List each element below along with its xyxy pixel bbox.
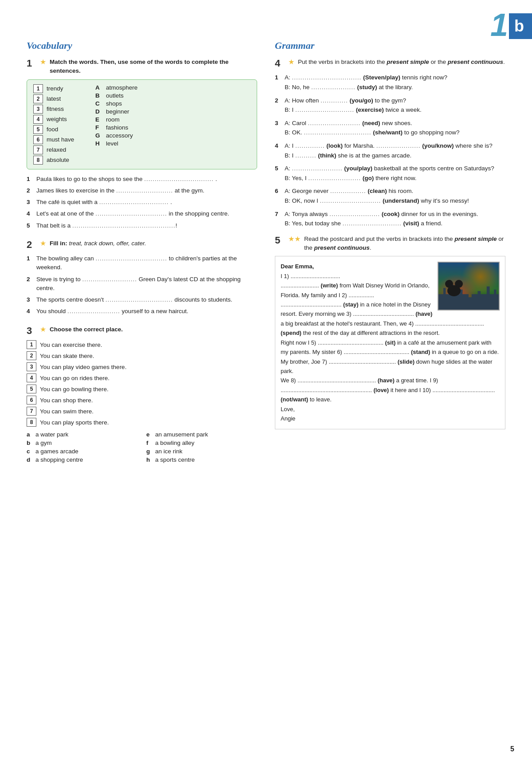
grammar-pair: 2 A: How often ............. (you/go) to…: [275, 96, 505, 115]
list-item: 7 You can swim there.: [27, 407, 257, 416]
ex3-num: 3: [27, 325, 36, 337]
exercise-1: 1 ★ Match the words. Then, use some of t…: [27, 58, 257, 230]
vocab-row: 5 food: [33, 125, 82, 134]
list-item: g an ice rink: [146, 448, 257, 455]
list-item: f a bowling alley: [146, 440, 257, 446]
list-item: 3 You can play video games there.: [27, 362, 257, 371]
postcard: Dear Emma, I 1) ........................…: [275, 256, 505, 429]
vocab-row: 8 absolute: [33, 156, 82, 165]
exercise-3: 3 ★ Choose the correct place. 1 You can …: [27, 325, 257, 463]
grammar-section: Grammar 4 ★ Put the verbs in brackets in…: [275, 40, 505, 472]
list-item: 1 You can exercise there.: [27, 340, 257, 349]
ex3-places: 1 You can exercise there. 2 You can skat…: [27, 340, 257, 427]
exercise-2: 2 ★ Fill in: treat, track down, offer, c…: [27, 239, 257, 316]
grammar-pair: 5 A: ........................ (you/play)…: [275, 164, 505, 183]
exercise-5: 5 ★★ Read the postcard and put the verbs…: [275, 235, 505, 429]
list-item: 4 You can go on rides there.: [27, 373, 257, 382]
grammar-title: Grammar: [275, 40, 505, 51]
grammar-pair: 3 A: Carol ......................... (ne…: [275, 118, 505, 137]
list-item: 4 You should ......................... y…: [27, 307, 257, 316]
vocab-row: 7 relaxed: [33, 145, 82, 154]
vocab-row: H level: [95, 140, 137, 147]
ex3-instruction: Choose the correct place.: [50, 325, 123, 334]
vocab-right-col: A atmosphere B outlets C shops D beginne…: [95, 84, 137, 165]
list-item: 2 You can skate there.: [27, 351, 257, 360]
list-item: 4 Let's eat at one of the ..............…: [27, 209, 257, 218]
grammar-pair: 4 A: I .............. (look) for Marsha.…: [275, 141, 505, 160]
ex4-star: ★: [288, 58, 294, 66]
list-item: c a games arcade: [27, 448, 137, 455]
vocab-left-col: 1 trendy 2 latest 3 fitness 4 weights: [33, 84, 82, 165]
ex2-num: 2: [27, 239, 36, 251]
ex2-instruction: Fill in: treat, track down, offer, cater…: [50, 239, 146, 248]
ex2-star: ★: [40, 239, 46, 247]
list-item: e an amusement park: [146, 431, 257, 438]
corner-badge: 1 b: [490, 9, 532, 41]
list-item: 2 Steve is trying to ...................…: [27, 275, 257, 293]
vocab-row: D beginner: [95, 108, 137, 115]
ex4-num: 4: [275, 58, 285, 69]
ex5-stars: ★★: [288, 235, 301, 243]
list-item: 1 The bowling alley can ................…: [27, 254, 257, 272]
list-item: 3 The sports centre doesn't ............…: [27, 295, 257, 304]
vocab-row: A atmosphere: [95, 84, 137, 91]
grammar-pair: 1 A: ................................. (…: [275, 73, 505, 92]
list-item: h a sports centre: [146, 456, 257, 463]
list-item: 2 James likes to exercise in the .......…: [27, 186, 257, 195]
ex5-instruction: Read the postcard and put the verbs in b…: [304, 235, 505, 253]
ex3-star: ★: [40, 325, 46, 334]
ex1-star: ★: [40, 58, 46, 66]
list-item: a a water park: [27, 431, 137, 438]
ex5-num: 5: [275, 235, 285, 246]
grammar-pair: 7 A: Tonya always ......................…: [275, 209, 505, 228]
postcard-image: [438, 262, 500, 310]
vocab-row: 2 latest: [33, 94, 82, 103]
ex1-sentences: 1 Paula likes to go to the shops to see …: [27, 175, 257, 230]
vocab-row: 3 fitness: [33, 105, 82, 114]
list-item: 5 That belt is a .......................…: [27, 221, 257, 230]
vocab-row: 4 weights: [33, 115, 82, 124]
list-item: 3 The café is quiet with a .............…: [27, 198, 257, 207]
vocab-row: B outlets: [95, 92, 137, 99]
ex1-num: 1: [27, 58, 36, 69]
corner-letter: b: [509, 13, 532, 39]
list-item: 1 Paula likes to go to the shops to see …: [27, 175, 257, 184]
list-item: 5 You can go bowling there.: [27, 385, 257, 393]
vocab-table: 1 trendy 2 latest 3 fitness 4 weights: [27, 79, 257, 169]
vocab-row: 1 trendy: [33, 84, 82, 93]
ex1-instruction: Match the words. Then, use some of the w…: [50, 58, 257, 76]
vocab-row: 6 must have: [33, 135, 82, 144]
list-item: 6 You can shop there.: [27, 396, 257, 405]
ex3-answers: a a water park e an amusement park b a g…: [27, 431, 257, 463]
page-number: 5: [510, 745, 514, 753]
grammar-pair: 6 A: George never ................. (cle…: [275, 186, 505, 205]
list-item: b a gym: [27, 440, 137, 446]
list-item: d a shopping centre: [27, 456, 137, 463]
ex4-instruction: Put the verbs in brackets into the prese…: [298, 58, 505, 67]
vocabulary-title: Vocabulary: [27, 40, 257, 51]
ex2-sentences: 1 The bowling alley can ................…: [27, 254, 257, 316]
vocab-row: G accessory: [95, 132, 137, 139]
vocab-row: E room: [95, 116, 137, 123]
vocab-row: C shops: [95, 100, 137, 107]
exercise-4: 4 ★ Put the verbs in brackets into the p…: [275, 58, 505, 228]
vocab-row: F fashions: [95, 124, 137, 131]
corner-number: 1: [490, 9, 508, 41]
list-item: 8 You can play sports there.: [27, 418, 257, 427]
vocabulary-section: Vocabulary 1 ★ Match the words. Then, us…: [27, 40, 257, 472]
